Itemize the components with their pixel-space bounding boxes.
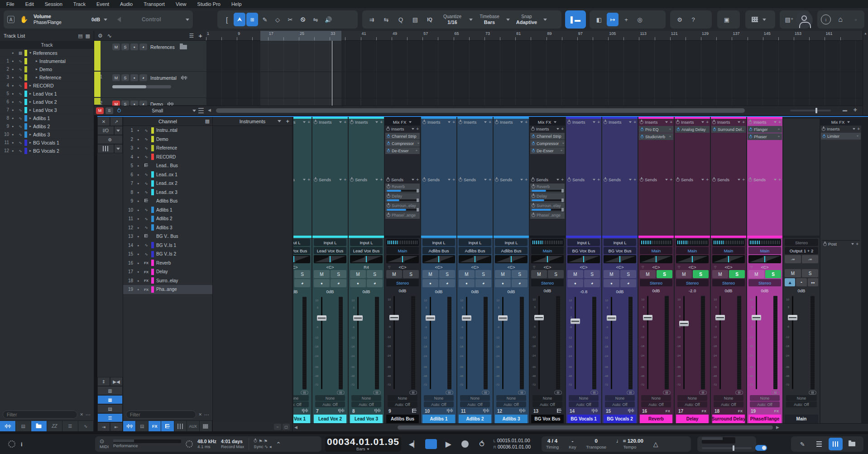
output-select[interactable]: Main	[712, 247, 745, 254]
filter-instrument-icon[interactable]: ▤	[16, 421, 32, 431]
mixer-channel-lead-vox-2[interactable]: Inserts+ Sends+ Input L Lead Vox Bus <C>…	[312, 117, 348, 423]
instruments-add-icon[interactable]: +	[286, 118, 289, 125]
mixer-channel-reverb[interactable]: Inserts+ Pro EQStudioVerb Sends+ Main ▽<…	[638, 117, 674, 423]
pan-value[interactable]: ▽<C>	[386, 264, 419, 270]
send-slot[interactable]: Phase/..ange	[385, 212, 420, 219]
console-detach-icon[interactable]: ↗	[110, 117, 123, 126]
playhead[interactable]	[332, 41, 332, 115]
play-button[interactable]: ▶	[443, 438, 454, 450]
mixer-channel-delay[interactable]: Inserts+ Analog Delay Sends+ Main ▽<C> M…	[675, 117, 710, 423]
help-icon[interactable]: ?	[687, 13, 699, 26]
monitor-button[interactable]: ◕	[512, 279, 528, 287]
sync-control[interactable]: ⚑‧⚑ Sync ∿ ◂	[254, 439, 271, 449]
solo-button[interactable]: S	[765, 270, 781, 278]
instruments-minimize-icon[interactable]: −	[274, 424, 281, 430]
console-channel-row[interactable]: 16 ● FX Reverb	[123, 259, 212, 268]
sends-header[interactable]: Sends+	[747, 176, 782, 183]
instruments-body[interactable]	[213, 126, 292, 422]
console-channel-row[interactable]: 9 ● Adlibs Bus	[123, 197, 212, 206]
pan-value[interactable]: R4	[350, 264, 383, 270]
show-bus-icon[interactable]	[161, 421, 174, 431]
console-channel-row[interactable]: 12 ● ∿ Adlibs 3	[123, 223, 212, 232]
send-level-slider[interactable]	[387, 209, 418, 211]
arrange-wrench-icon[interactable]: ⚙	[98, 33, 103, 39]
filter-layers-icon[interactable]: ZZ	[47, 421, 63, 431]
cursor-follow-icon[interactable]: +	[620, 13, 632, 26]
insert-slot[interactable]: Channel Strip	[385, 133, 420, 140]
volume-value[interactable]: 0dB	[531, 287, 564, 294]
input-select[interactable]: Input L	[293, 239, 310, 246]
automation-mode[interactable]: Auto: Off	[460, 401, 490, 407]
time-display[interactable]: 00034.01.01.95 Bars	[325, 436, 401, 452]
console-channel-row[interactable]: 7 ● ∿ Lead..ox 2	[123, 179, 212, 188]
console-close-icon[interactable]: ✕	[97, 117, 110, 126]
console-channel-row[interactable]: 14 ● ∿ BG V..ls 1	[123, 241, 212, 250]
instruments-maximize-icon[interactable]: ▢	[283, 424, 290, 430]
mixer-channel-adlibs-2[interactable]: Inserts+ Sends+ Input L Adlibs Bus <C> M…	[457, 117, 493, 423]
monitor-button[interactable]: ◕	[584, 279, 600, 287]
send-slot[interactable]: Reverb	[530, 184, 565, 193]
pan-control[interactable]	[459, 255, 491, 263]
menu-item-view[interactable]: View	[176, 1, 187, 7]
timebase-setting[interactable]: TimebaseBars	[475, 14, 504, 25]
mute-button[interactable]: M	[640, 270, 656, 278]
menu-item-file[interactable]: File	[6, 1, 14, 7]
channel-name-plate[interactable]: Adlibs 1	[422, 415, 455, 423]
output-select[interactable]: Main	[748, 247, 781, 254]
insert-slot[interactable]: StudioVerb	[639, 133, 673, 140]
main-volume-value[interactable]: 0dB	[785, 287, 818, 294]
inserts-header[interactable]: Inserts+	[385, 126, 420, 132]
monitor-button[interactable]: ◕	[475, 279, 491, 287]
volume-value[interactable]: 0dB	[293, 288, 310, 295]
inserts-header[interactable]: Inserts+	[638, 119, 674, 126]
eraser-tool-icon[interactable]: ◇	[272, 13, 283, 26]
sends-header[interactable]: Sends+	[349, 176, 384, 183]
track-list-row[interactable]: 3 ● ∿ ▸ Reference	[0, 73, 94, 82]
filter-audio-icon[interactable]	[0, 421, 16, 431]
console-channel-row[interactable]: 4 ● ∿ RECORD	[123, 153, 212, 162]
insert-slot[interactable]: De-Esser	[530, 147, 565, 154]
expand-arrow-icon[interactable]: ▸	[36, 59, 38, 63]
automation-preset[interactable]: None	[496, 395, 526, 401]
sends-header[interactable]: Sends+	[530, 176, 565, 183]
volume-value[interactable]: 0dB	[314, 288, 346, 295]
pan-value[interactable]: ▽<C>	[640, 264, 672, 270]
menu-item-track[interactable]: Track	[73, 1, 86, 7]
channel-name-plate[interactable]: BG Vocals 1	[567, 415, 600, 423]
channel-activate-dot-icon[interactable]: ●	[135, 252, 141, 256]
snap-dropdown-icon[interactable]	[543, 19, 547, 21]
channel-fader[interactable]: 1050-6-12-18-24-36-48-72	[422, 296, 454, 394]
user-avatar[interactable]	[796, 11, 813, 29]
fader-handle[interactable]	[389, 315, 399, 320]
open-folder-icon[interactable]	[180, 45, 187, 49]
channel-fader[interactable]: 1050-6-12-18-24-36-48-72	[640, 295, 671, 394]
automation-preset[interactable]: None	[714, 395, 743, 401]
pan-control[interactable]	[567, 255, 600, 263]
inserts-header[interactable]: Inserts+	[293, 119, 312, 126]
scroll-left-icon[interactable]: ◀	[208, 108, 211, 112]
output-select[interactable]: Adlibs Bus	[422, 247, 455, 254]
pan-control[interactable]	[293, 255, 310, 263]
sends-header[interactable]: Sends+	[675, 176, 710, 183]
send-level-slider[interactable]	[387, 190, 418, 192]
banks-panel-icon[interactable]: ▤	[97, 404, 123, 413]
record-arm-button[interactable]: ●	[350, 279, 366, 287]
record-arm-button[interactable]: ●	[422, 279, 438, 287]
console-channel-row[interactable]: 13 ● BG V.. Bus	[123, 232, 212, 241]
automation-mode[interactable]: Auto: Off	[677, 401, 707, 407]
automation-mode[interactable]: Auto: Off	[424, 401, 454, 407]
expand-arrow-icon[interactable]: ▸	[29, 92, 31, 96]
automation-mode[interactable]: Auto: Off	[714, 401, 743, 407]
volume-value[interactable]: -0.8	[567, 288, 600, 295]
channel-fader[interactable]: 1050-6-12-18-24-36-48-72	[314, 296, 345, 394]
filter-clear-icon[interactable]: ✕	[80, 412, 83, 417]
volume-value[interactable]: 0dB	[640, 287, 672, 294]
fader-handle[interactable]	[788, 315, 797, 320]
split-tool-icon[interactable]: ✂	[284, 13, 296, 26]
post-section-header[interactable]: Post+	[822, 241, 860, 247]
track-size-select[interactable]: Small	[125, 108, 191, 113]
transport-expand-icon[interactable]: ⌃	[276, 441, 281, 448]
console-channel-row[interactable]: 3 ● ∿ Reference	[123, 144, 212, 153]
output-select[interactable]: Lead Vox Bus	[350, 247, 383, 254]
channel-fader[interactable]: 1050-6-12-18-24-36-48-72	[293, 296, 309, 394]
